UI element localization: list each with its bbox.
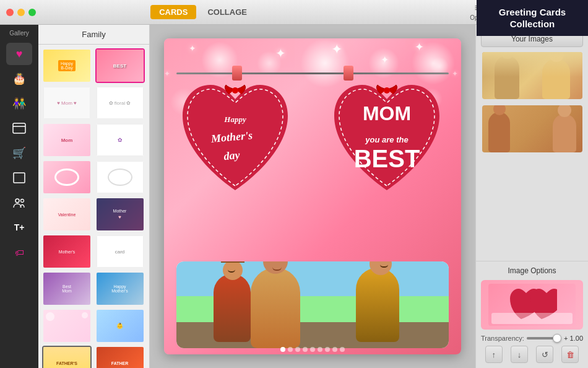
sidebar-icon-people[interactable]: 👫 [6,92,32,115]
svg-point-8 [232,87,238,94]
right-panel: Your Images [475,25,588,368]
svg-text:you are the: you are the [365,135,408,144]
sidebar-icon-silhouette[interactable] [6,191,32,214]
dot-9[interactable] [340,347,345,352]
transparency-label: Transparency: [481,335,524,342]
dot-2[interactable] [288,347,293,352]
option-preview [481,280,583,330]
gallery-thumb-4[interactable]: ✿ floral ✿ [95,85,145,120]
canvas-area: ✦ ✦ ✦ ✦ ✦ ✦ ✦ Happy [150,25,475,368]
left-sidebar: Gallery ♥ 🎂 👫 🛒 T+ 🏷 [0,25,38,368]
tab-collage[interactable]: COLLAGE [199,5,256,19]
rotate-button[interactable]: ↺ [536,346,553,363]
gallery-thumb-6[interactable]: ✿ [95,123,145,157]
svg-text:MOM: MOM [363,102,411,125]
user-image-2[interactable] [481,104,584,154]
move-down-button[interactable]: ↓ [511,346,528,363]
svg-text:day: day [223,149,241,162]
delete-button[interactable]: 🗑 [561,346,579,363]
svg-rect-0 [13,123,25,133]
heart-right: MOM you are the BEST [325,76,449,202]
gallery-thumb-1[interactable]: HappyB-Day [42,48,92,83]
dot-1[interactable] [280,347,285,352]
sidebar-icon-sticker[interactable]: 🏷 [6,241,32,263]
transparency-value: + 1.00 [564,335,583,342]
gallery-thumb-11[interactable]: Mother's [42,234,92,269]
tab-cards[interactable]: CARDS [150,5,196,19]
dot-3[interactable] [295,347,300,352]
image-options-label: Image Options [481,266,583,275]
gallery-thumb-2[interactable]: BEST [95,48,145,83]
gallery-thumb-10[interactable]: Mother ♥ [95,197,145,232]
wire [176,72,449,74]
canvas-content[interactable]: ✦ ✦ ✦ ✦ ✦ ✦ ✦ Happy [164,38,461,354]
card-gallery: Family HappyB-Day BEST ♥ Mom ♥ [38,25,150,368]
gallery-thumb-5[interactable]: Mom [42,123,92,157]
gallery-grid: HappyB-Day BEST ♥ Mom ♥ ✿ floral ✿ [38,45,149,368]
gallery-thumb-14[interactable]: HappyMother's [95,271,145,306]
traffic-lights [6,9,36,16]
gallery-thumb-17[interactable]: FATHER'S [42,346,92,368]
transparency-row: Transparency: + 1.00 [481,335,583,342]
sidebar-icon-frame[interactable] [6,167,32,189]
svg-rect-2 [14,173,25,183]
traffic-light-green[interactable] [28,9,36,16]
traffic-light-red[interactable] [6,9,14,16]
svg-text:Happy: Happy [223,115,246,124]
gallery-thumb-16[interactable]: 👶 [95,309,145,343]
svg-text:BEST: BEST [354,145,420,172]
action-icons-row: ↑ ↓ ↺ 🗑 [481,346,583,363]
gallery-header: Family [38,25,149,45]
transparency-slider[interactable] [527,337,561,340]
gallery-thumb-18[interactable]: FATHER [95,346,145,368]
main-layout: Gallery ♥ 🎂 👫 🛒 T+ 🏷 Fa [0,25,588,368]
move-up-button[interactable]: ↑ [485,346,503,363]
dot-6[interactable] [318,347,322,352]
svg-point-3 [15,199,19,203]
dot-7[interactable] [325,347,330,352]
dot-4[interactable] [303,347,308,352]
heart-left: Happy Mother's day [176,76,294,202]
svg-point-12 [384,87,390,94]
gallery-thumb-7[interactable] [42,160,92,195]
gallery-thumb-9[interactable]: Valentine [42,197,92,232]
sidebar-icon-cart[interactable]: 🛒 [6,142,32,164]
carousel-dots [280,347,345,352]
gallery-thumb-15[interactable] [42,309,92,343]
sidebar-icon-card[interactable] [6,117,32,139]
svg-point-4 [21,199,24,203]
dot-5[interactable] [310,347,315,352]
nav-tabs: CARDS COLLAGE [150,5,256,19]
traffic-light-yellow[interactable] [17,9,25,16]
gallery-thumb-12[interactable]: card [95,234,145,269]
image-options-section: Image Options Transparency: [476,261,588,368]
dot-8[interactable] [332,347,337,352]
sidebar-icon-text[interactable]: T+ [6,216,32,239]
clothespin-left [232,66,242,81]
user-images [476,51,588,261]
app-branding: Greeting Cards Collection [477,0,588,36]
user-image-1[interactable] [481,51,584,100]
sidebar-icon-heart[interactable]: ♥ [6,43,32,65]
gallery-thumb-8[interactable] [95,160,145,195]
clothespin-right [344,66,353,81]
gallery-thumb-3[interactable]: ♥ Mom ♥ [42,85,92,120]
photo-strip[interactable] [176,261,449,348]
gallery-label: Gallery [9,30,29,37]
app-title: Greeting Cards Collection [477,6,588,30]
gallery-thumb-13[interactable]: BestMom [42,271,92,306]
sidebar-icon-cake[interactable]: 🎂 [6,68,32,90]
